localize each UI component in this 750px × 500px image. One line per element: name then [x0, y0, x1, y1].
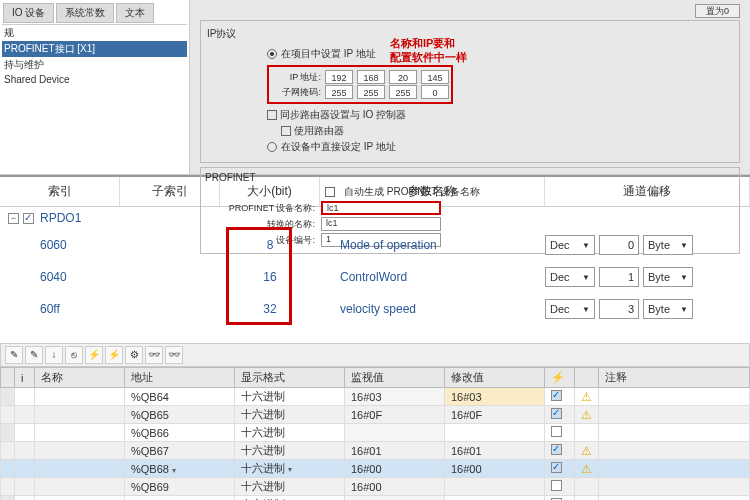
- tree-tab[interactable]: IO 设备: [3, 3, 54, 23]
- mask-octet[interactable]: 255: [389, 85, 417, 99]
- row-marker: [1, 442, 15, 460]
- tool-icon[interactable]: ⚙: [125, 346, 143, 364]
- addr-cell[interactable]: %QB65: [125, 406, 235, 424]
- tool-icon[interactable]: ⚡: [85, 346, 103, 364]
- device-tree: IO 设备 系统常数 文本 规 PROFINET接口 [X1] 持与维护 Sha…: [0, 0, 190, 174]
- format-cell[interactable]: 十六进制: [235, 424, 345, 442]
- radio-device-ip[interactable]: [267, 142, 277, 152]
- ip-title: IP协议: [207, 27, 733, 41]
- tool-icon[interactable]: ✎: [5, 346, 23, 364]
- tree-root[interactable]: 规: [2, 25, 187, 41]
- modify-cell[interactable]: [445, 496, 545, 501]
- watch-row[interactable]: %QB69十六进制16#00: [1, 478, 750, 496]
- tree-tab[interactable]: 文本: [116, 3, 154, 23]
- ip-octet[interactable]: 168: [357, 70, 385, 84]
- col-note: 注释: [599, 368, 750, 388]
- modify-cell[interactable]: 16#03: [445, 388, 545, 406]
- mask-octet[interactable]: 255: [357, 85, 385, 99]
- ip-octet[interactable]: 145: [421, 70, 449, 84]
- pdo-row: 60ff 32 velocity speed Dec▼ 3 Byte▼: [0, 293, 750, 325]
- apply-check[interactable]: [551, 444, 562, 455]
- addr-cell[interactable]: %QB70: [125, 496, 235, 501]
- profinet-name-input[interactable]: lc1: [321, 201, 441, 215]
- offset-input[interactable]: 3: [599, 299, 639, 319]
- modify-cell[interactable]: 16#01: [445, 442, 545, 460]
- ip-octet[interactable]: 20: [389, 70, 417, 84]
- watch-row[interactable]: %QB65十六进制16#0F16#0F⚠: [1, 406, 750, 424]
- format-cell[interactable]: 十六进制: [235, 406, 345, 424]
- offset-input[interactable]: 0: [599, 235, 639, 255]
- addr-cell[interactable]: %QB69: [125, 478, 235, 496]
- tool-icon[interactable]: ↓: [45, 346, 63, 364]
- modify-cell[interactable]: [445, 424, 545, 442]
- col-format: 显示格式: [235, 368, 345, 388]
- unit-select[interactable]: Byte▼: [643, 235, 693, 255]
- addr-cell[interactable]: %QB67: [125, 442, 235, 460]
- row-marker: [1, 388, 15, 406]
- pdo-row: 6040 16 ControlWord Dec▼ 1 Byte▼: [0, 261, 750, 293]
- format-cell[interactable]: 十六进制: [235, 442, 345, 460]
- apply-check[interactable]: [551, 480, 562, 491]
- mask-octet[interactable]: 255: [325, 85, 353, 99]
- format-select[interactable]: Dec▼: [545, 299, 595, 319]
- watch-row[interactable]: %QB64十六进制16#0316#03⚠: [1, 388, 750, 406]
- col-chk: [575, 368, 599, 388]
- format-cell[interactable]: 十六进制 ▾: [235, 460, 345, 478]
- ip-octet[interactable]: 192: [325, 70, 353, 84]
- watch-row[interactable]: %QB67十六进制16#0116#01⚠: [1, 442, 750, 460]
- format-select[interactable]: Dec▼: [545, 267, 595, 287]
- apply-check[interactable]: [551, 390, 562, 401]
- collapse-icon[interactable]: −: [8, 213, 19, 224]
- monitor-cell: 16#03: [345, 388, 445, 406]
- radio-project-ip[interactable]: [267, 49, 277, 59]
- row-marker: [1, 478, 15, 496]
- addr-cell[interactable]: %QB64: [125, 388, 235, 406]
- col-i: i: [15, 368, 35, 388]
- config-top-section: IO 设备 系统常数 文本 规 PROFINET接口 [X1] 持与维护 Sha…: [0, 0, 750, 175]
- format-cell[interactable]: 十六进制: [235, 478, 345, 496]
- tree-tab[interactable]: 系统常数: [56, 3, 114, 23]
- tree-profinet[interactable]: PROFINET接口 [X1]: [2, 41, 187, 57]
- tree-item[interactable]: 持与维护: [2, 57, 187, 73]
- sync-router-check[interactable]: [267, 110, 277, 120]
- glasses-icon[interactable]: 👓: [165, 346, 183, 364]
- watch-row[interactable]: %QB68 ▾十六进制 ▾16#0016#00⚠: [1, 460, 750, 478]
- zero-button[interactable]: 置为0: [695, 4, 740, 18]
- monitor-cell: [345, 424, 445, 442]
- rpdo-check[interactable]: [23, 213, 34, 224]
- use-router-check[interactable]: [281, 126, 291, 136]
- apply-check[interactable]: [551, 426, 562, 437]
- row-marker: [1, 424, 15, 442]
- tool-icon[interactable]: ⎋: [65, 346, 83, 364]
- offset-input[interactable]: 1: [599, 267, 639, 287]
- monitor-cell: 16#01: [345, 442, 445, 460]
- apply-check[interactable]: [551, 462, 562, 473]
- row-marker: [1, 460, 15, 478]
- monitor-cell: 16#0F: [345, 406, 445, 424]
- tool-icon[interactable]: ⚡: [105, 346, 123, 364]
- format-cell[interactable]: 十六进制: [235, 388, 345, 406]
- unit-select[interactable]: Byte▼: [643, 299, 693, 319]
- modify-cell[interactable]: 16#00: [445, 460, 545, 478]
- watch-row[interactable]: %QB70十六进制16#00: [1, 496, 750, 501]
- col-index: 索引: [0, 177, 120, 206]
- format-select[interactable]: Dec▼: [545, 235, 595, 255]
- auto-name-check[interactable]: [325, 187, 335, 197]
- tool-icon[interactable]: ✎: [25, 346, 43, 364]
- modify-cell[interactable]: 16#0F: [445, 406, 545, 424]
- mask-octet[interactable]: 0: [421, 85, 449, 99]
- row-marker: [1, 406, 15, 424]
- format-cell[interactable]: 十六进制: [235, 496, 345, 501]
- apply-check[interactable]: [551, 408, 562, 419]
- monitor-cell: 16#00: [345, 496, 445, 501]
- addr-cell[interactable]: %QB66: [125, 424, 235, 442]
- unit-select[interactable]: Byte▼: [643, 267, 693, 287]
- glasses-icon[interactable]: 👓: [145, 346, 163, 364]
- col-monitor: 监视值: [345, 368, 445, 388]
- col-modify: 修改值: [445, 368, 545, 388]
- col-name: 名称: [35, 368, 125, 388]
- addr-cell[interactable]: %QB68 ▾: [125, 460, 235, 478]
- tree-item[interactable]: Shared Device: [2, 73, 187, 86]
- watch-row[interactable]: %QB66十六进制: [1, 424, 750, 442]
- modify-cell[interactable]: [445, 478, 545, 496]
